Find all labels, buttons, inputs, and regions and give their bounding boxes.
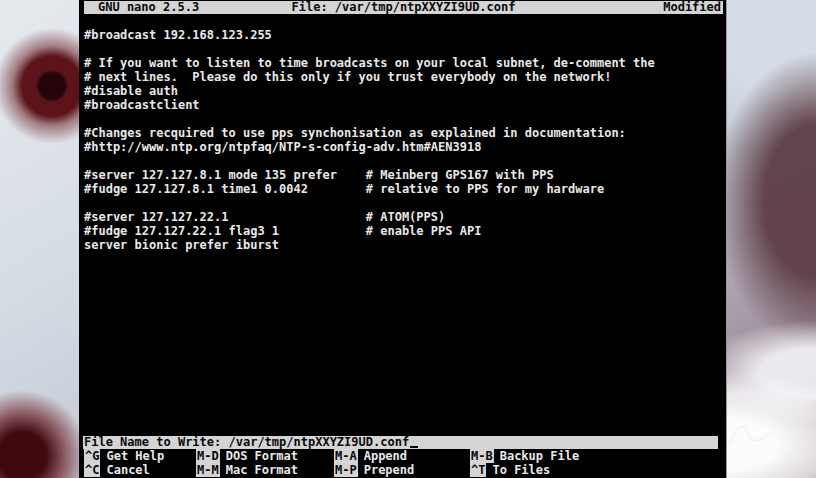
shortcut-backup-file[interactable]: M-BBackup File bbox=[470, 450, 579, 463]
shortcut-cancel[interactable]: ^CCancel bbox=[84, 464, 150, 477]
desktop-background: GNU nano 2.5.3 File: /var/tmp/ntpXXYZI9U… bbox=[0, 0, 816, 478]
filename-prompt-text: File Name to Write: /var/tmp/ntpXXYZI9UD… bbox=[84, 436, 409, 449]
shortcut-to-files[interactable]: ^TTo Files bbox=[470, 464, 550, 477]
shortcut-label: To Files bbox=[492, 463, 550, 477]
shortcut-row-1: ^GGet Help M-DDOS Format M-AAppend M-BBa… bbox=[84, 450, 723, 463]
shortcut-key: M-M bbox=[196, 463, 220, 477]
shortcut-label: Prepend bbox=[364, 463, 415, 477]
nano-open-filename: File: /var/tmp/ntpXXYZI9UD.conf bbox=[292, 1, 516, 14]
shortcut-label: Cancel bbox=[106, 463, 149, 477]
shortcut-append[interactable]: M-AAppend bbox=[334, 450, 407, 463]
shortcut-key: ^C bbox=[84, 463, 100, 477]
text-cursor bbox=[410, 446, 418, 448]
shortcut-mac-format[interactable]: M-MMac Format bbox=[196, 464, 298, 477]
shortcut-key: M-A bbox=[334, 449, 358, 463]
shortcut-label: Append bbox=[364, 449, 407, 463]
shortcut-key: M-P bbox=[334, 463, 358, 477]
shortcut-key: M-B bbox=[470, 449, 494, 463]
shortcut-get-help[interactable]: ^GGet Help bbox=[84, 450, 164, 463]
nano-titlebar: GNU nano 2.5.3 File: /var/tmp/ntpXXYZI9U… bbox=[84, 1, 723, 14]
shortcut-label: DOS Format bbox=[226, 449, 298, 463]
shortcut-label: Get Help bbox=[106, 449, 164, 463]
filename-prompt-bar[interactable]: File Name to Write: /var/tmp/ntpXXYZI9UD… bbox=[83, 436, 718, 449]
shortcut-dos-format[interactable]: M-DDOS Format bbox=[196, 450, 298, 463]
shortcut-label: Backup File bbox=[500, 449, 579, 463]
nano-version-label: GNU nano 2.5.3 bbox=[84, 1, 199, 14]
editor-text-area[interactable]: #broadcast 192.168.123.255 # If you want… bbox=[84, 14, 655, 252]
shortcut-key: M-D bbox=[196, 449, 220, 463]
shortcut-row-2: ^CCancel M-MMac Format M-PPrepend ^TTo F… bbox=[84, 464, 723, 477]
shortcut-key: ^G bbox=[84, 449, 100, 463]
shortcut-key: ^T bbox=[470, 463, 486, 477]
shortcut-label: Mac Format bbox=[226, 463, 298, 477]
shortcut-prepend[interactable]: M-PPrepend bbox=[334, 464, 414, 477]
modified-badge: Modified bbox=[663, 1, 723, 14]
nano-terminal-window[interactable]: GNU nano 2.5.3 File: /var/tmp/ntpXXYZI9U… bbox=[79, 0, 727, 478]
